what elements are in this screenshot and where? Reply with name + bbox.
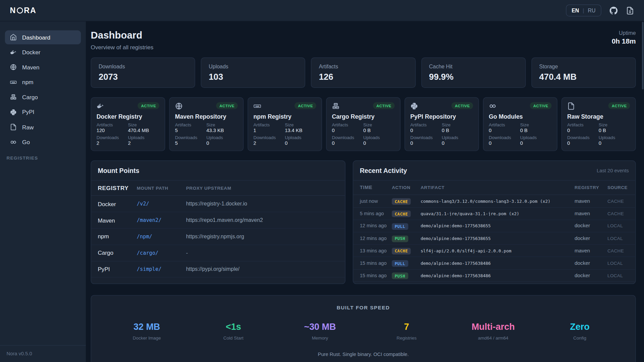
- column-header: SOURCE: [607, 185, 629, 190]
- stat-label: Downloads: [97, 135, 128, 140]
- stat-value: 0 B: [363, 128, 395, 133]
- column-header: TIME: [360, 185, 392, 190]
- activity-registry: docker: [575, 235, 607, 241]
- status-badge: ACTIVE: [530, 102, 551, 109]
- action-badge-cache: CACHE: [392, 198, 411, 205]
- speed-label: Config: [536, 336, 623, 341]
- stat-label: Uploads: [128, 135, 159, 140]
- activity-registry: docker: [575, 260, 607, 266]
- tables-row: Mount Points REGISTRY MOUNT PATH PROXY U…: [91, 161, 636, 284]
- lang-separator: |: [583, 7, 584, 13]
- sidebar-item-pypi[interactable]: PyPI: [5, 105, 81, 119]
- registry-card-pypi[interactable]: ACTIVE PyPI Repository Artifacts0 Size0 …: [405, 98, 479, 151]
- sidebar-item-maven[interactable]: Maven: [5, 60, 81, 74]
- registry-stats: Artifacts5 Size43.3 KB Downloads5 Upload…: [175, 122, 238, 146]
- mount-path-link[interactable]: /cargo/: [137, 250, 186, 256]
- mount-path-link[interactable]: /npm/: [137, 234, 186, 240]
- stat-label: Size: [520, 122, 552, 127]
- stat-label: Artifacts: [97, 122, 128, 127]
- mount-row: PyPI/simple/https://pypi.org/simple/: [91, 261, 345, 278]
- stat-label: Artifacts: [410, 122, 442, 127]
- app-version: Nora v0.5.0: [0, 345, 86, 362]
- speed-value: Multi-arch: [450, 322, 536, 333]
- stat-label: Uploads: [599, 135, 630, 140]
- activity-artifact: commons-lang3/3.12.0/commons-lang3-3.12.…: [421, 199, 575, 204]
- sidebar-item-npm[interactable]: npm: [5, 75, 81, 89]
- activity-registry: maven: [575, 248, 607, 253]
- registry-card-maven[interactable]: ACTIVE Maven Repository Artifacts5 Size4…: [169, 98, 244, 151]
- registry-card-raw[interactable]: ACTIVE Raw Storage Artifacts0 Size0 B Do…: [561, 98, 636, 151]
- stat-label: Artifacts: [175, 122, 207, 127]
- registry-stats: Artifacts1 Size13.4 KB Downloads2 Upload…: [254, 122, 316, 146]
- registry-stats: Artifacts120 Size470.4 MB Downloads2 Upl…: [97, 122, 159, 146]
- mount-path-link[interactable]: /go/: [137, 283, 186, 284]
- speed-title: BUILT FOR SPEED: [91, 305, 635, 311]
- sidebar-item-label: PyPI: [22, 109, 34, 115]
- lang-en-button[interactable]: EN: [572, 7, 579, 13]
- registry-card-docker[interactable]: ACTIVE Docker Registry Artifacts120 Size…: [91, 98, 165, 151]
- activity-row: 15 mins agoPULLdemo/alpine:demo-17756384…: [353, 257, 635, 269]
- uptime-label: Uptime: [612, 30, 636, 36]
- stat-value: 0 B: [442, 128, 473, 133]
- sidebar-item-docker[interactable]: Docker: [5, 45, 81, 59]
- activity-artifact: slf4j-api/2.0.0/slf4j-api-2.0.0.pom: [421, 248, 575, 253]
- activity-time: 15 mins ago: [360, 273, 392, 278]
- sidebar-item-go[interactable]: Go: [5, 135, 81, 149]
- npm-icon: [10, 78, 17, 85]
- registry-card-npm[interactable]: ACTIVE npm Registry Artifacts1 Size13.4 …: [248, 98, 322, 151]
- speed-item-memory: ~30 MBMemory: [277, 322, 363, 340]
- registry-stats: Artifacts0 Size0 B Downloads0 Uploads0: [332, 122, 394, 146]
- mount-path-link[interactable]: /maven2/: [137, 217, 186, 223]
- action-badge-push: PUSH: [392, 273, 408, 280]
- page-title: Dashboard: [91, 30, 154, 41]
- registry-name: Docker Registry: [97, 113, 159, 120]
- mount-registry: Cargo: [98, 250, 137, 256]
- stat-label: Size: [206, 122, 238, 127]
- lang-ru-button[interactable]: RU: [588, 7, 596, 13]
- stat-card-artifacts: Artifacts126: [311, 58, 415, 88]
- mount-path-link[interactable]: /simple/: [137, 266, 186, 272]
- registry-name: Go Modules: [489, 113, 551, 120]
- activity-artifact: demo/alpine:demo-1775638486: [421, 260, 575, 265]
- main-content: Dashboard Overview of all registries Upt…: [86, 21, 644, 362]
- go-icon: [489, 102, 496, 110]
- sidebar-item-label: Raw: [22, 124, 34, 130]
- github-icon[interactable]: [609, 6, 618, 14]
- activity-artifact: guava/31.1-jre/guava-31.1-jre.pom (x2): [421, 211, 575, 216]
- mount-upstream: https://proxy.golang.org: [186, 283, 338, 284]
- logo-o-circle: [17, 7, 23, 13]
- speed-footer: Pure Rust. Single binary. OCI compatible…: [91, 352, 635, 357]
- registry-card-cargo[interactable]: ACTIVE Cargo Registry Artifacts0 Size0 B…: [326, 98, 400, 151]
- npm-icon: [254, 102, 261, 110]
- mount-path-link[interactable]: /v2/: [137, 201, 186, 207]
- speed-label: Cold Start: [190, 336, 277, 341]
- stat-label: Size: [285, 122, 316, 127]
- sidebar-item-raw[interactable]: Raw: [5, 120, 81, 134]
- activity-registry: docker: [575, 223, 607, 229]
- stat-value: 2: [254, 140, 285, 146]
- sidebar-item-dashboard[interactable]: Dashboard: [5, 30, 81, 44]
- uptime-value: 0h 18m: [612, 37, 636, 45]
- sidebar-item-cargo[interactable]: Cargo: [5, 90, 81, 104]
- sidebar-item-label: Docker: [22, 49, 40, 56]
- uptime-block: Uptime 0h 18m: [612, 30, 636, 46]
- logo-text-ra: RA: [24, 6, 36, 15]
- stat-value: 0: [489, 140, 520, 146]
- stat-card-downloads: Downloads2073: [91, 58, 195, 88]
- sidebar-section-registries: REGISTRIES: [7, 156, 79, 161]
- built-for-speed-panel: BUILT FOR SPEED 32 MBDocker Image <1sCol…: [91, 295, 636, 362]
- docs-icon[interactable]: [626, 6, 634, 14]
- activity-source: CACHE: [607, 211, 629, 216]
- stat-value: 43.3 KB: [206, 128, 238, 133]
- speed-value: Zero: [536, 322, 623, 333]
- stat-value: 2073: [99, 72, 187, 82]
- speed-item-multi-arch: Multi-archamd64 / arm64: [450, 322, 536, 340]
- activity-row: 13 mins agoCACHEslf4j-api/2.0.0/slf4j-ap…: [353, 245, 635, 257]
- activity-source: CACHE: [607, 248, 629, 253]
- activity-time: just now: [360, 198, 392, 204]
- registry-stats: Artifacts0 Size0 B Downloads0 Uploads0: [567, 122, 630, 146]
- language-toggle[interactable]: EN | RU: [566, 4, 601, 16]
- registry-name: npm Registry: [254, 113, 316, 120]
- scrollbar-thumb[interactable]: [642, 22, 644, 89]
- registry-card-go[interactable]: ACTIVE Go Modules Artifacts0 Size0 B Dow…: [483, 98, 557, 151]
